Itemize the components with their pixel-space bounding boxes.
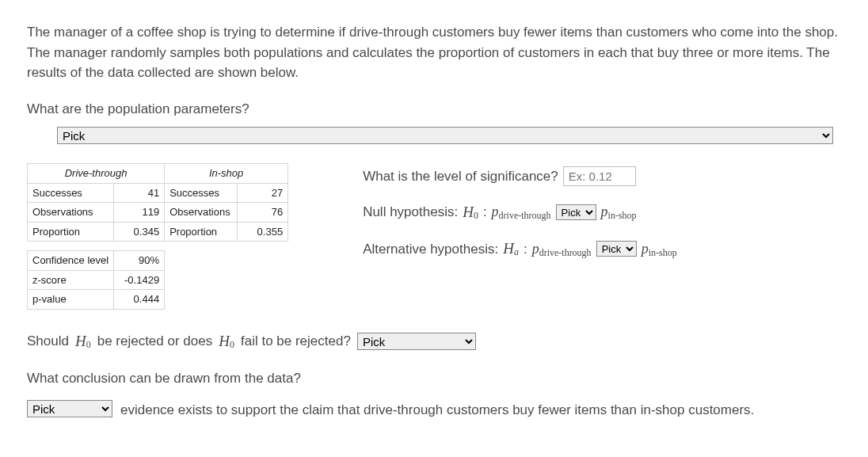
null-hypothesis-operator-select[interactable]: Pick xyxy=(556,204,596,220)
H0-symbol-reject2: H0 xyxy=(219,330,234,353)
Ha-symbol: Ha xyxy=(503,238,519,261)
null-hypothesis-label: Null hypothesis: xyxy=(363,202,458,223)
population-parameters-select[interactable]: Pick xyxy=(57,127,833,144)
p-drive-through-symbol-alt: pdrive-through xyxy=(532,238,592,260)
question-population-parameters: What are the population parameters? xyxy=(27,99,841,120)
reject-question-mid: be rejected or does xyxy=(97,331,213,352)
H0-symbol: H0 xyxy=(463,201,478,224)
table-row: z-score -0.1429 xyxy=(28,270,288,290)
data-table-block: Drive-through In-shop Successes 41 Succe… xyxy=(27,163,288,310)
table-row: Successes 41 Successes 27 xyxy=(28,183,288,203)
conclusion-select[interactable]: Pick xyxy=(27,400,112,417)
col-header-in-shop: In-shop xyxy=(165,164,288,184)
data-table: Drive-through In-shop Successes 41 Succe… xyxy=(27,163,288,310)
p-in-shop-symbol-alt: pin-shop xyxy=(641,238,677,260)
reject-question-post: fail to be rejected? xyxy=(241,331,351,352)
H0-symbol-reject1: H0 xyxy=(75,330,91,353)
table-row: Proportion 0.345 Proportion 0.355 xyxy=(28,222,288,242)
conclusion-text: evidence exists to support the claim tha… xyxy=(120,400,754,421)
alt-hypothesis-label: Alternative hypothesis: xyxy=(363,239,498,260)
conclusion-question: What conclusion can be drawn from the da… xyxy=(27,368,841,389)
significance-question: What is the level of significance? xyxy=(363,166,558,187)
reject-decision-select[interactable]: Pick xyxy=(357,333,476,350)
p-in-shop-symbol: pin-shop xyxy=(601,201,637,223)
table-row: Observations 119 Observations 76 xyxy=(28,203,288,223)
p-drive-through-symbol: pdrive-through xyxy=(492,201,551,223)
alt-hypothesis-operator-select[interactable]: Pick xyxy=(596,241,637,257)
problem-statement: The manager of a coffee shop is trying t… xyxy=(27,22,841,83)
table-row: Confidence level 90% xyxy=(28,251,288,271)
reject-question-pre: Should xyxy=(27,331,69,352)
significance-input[interactable] xyxy=(563,166,636,186)
table-row: p-value 0.444 xyxy=(28,290,288,310)
col-header-drive-through: Drive-through xyxy=(28,164,165,184)
